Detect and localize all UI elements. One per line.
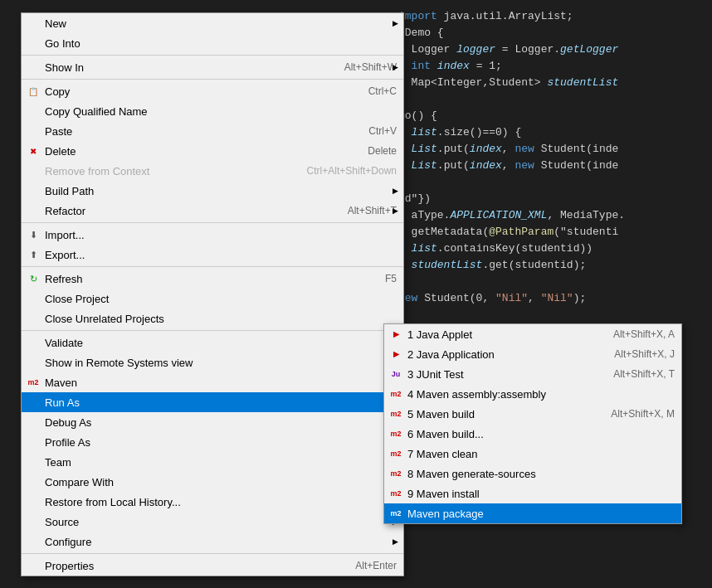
maven-package-icon: m2 (389, 507, 402, 520)
maven-build-icon: m2 (389, 407, 402, 420)
menu-item-properties[interactable]: Properties Alt+Enter (22, 556, 403, 576)
code-line: list.containsKey(studentid)) (398, 241, 704, 257)
menu-item-export[interactable]: ⬆ Export... (22, 245, 403, 265)
menu-item-show-remote[interactable]: Show in Remote Systems view (22, 352, 403, 372)
maven-install-icon: m2 (389, 487, 402, 500)
maven-clean-icon: m2 (389, 447, 402, 460)
validate-icon (27, 336, 40, 349)
submenu-maven-build[interactable]: m2 5 Maven build Alt+Shift+X, M (384, 404, 681, 424)
submenu-maven-gen[interactable]: m2 8 Maven generate-sources (384, 464, 681, 484)
menu-item-run-as[interactable]: Run As (22, 392, 403, 412)
menu-item-refactor[interactable]: Refactor Alt+Shift+T (22, 201, 403, 221)
menu-item-debug-as[interactable]: Debug As (22, 412, 403, 432)
close-project-icon (27, 292, 40, 305)
go-into-icon (27, 36, 40, 50)
remove-context-icon (27, 164, 40, 177)
run-as-icon (27, 396, 40, 409)
submenu-maven-package[interactable]: m2 Maven package (384, 503, 681, 523)
code-line: new Student(0, "Nil", "Nil"); (398, 290, 704, 307)
code-line: mo() { (398, 108, 704, 124)
menu-item-remove-context[interactable]: Remove from Context Ctrl+Alt+Shift+Down (22, 161, 403, 181)
submenu-junit[interactable]: Ju 3 JUnit Test Alt+Shift+X, T (384, 364, 681, 384)
menu-item-compare-with[interactable]: Compare With (22, 472, 403, 492)
menu-item-configure[interactable]: Configure (22, 532, 403, 552)
code-line (398, 174, 704, 191)
submenu-java-applet[interactable]: ▶ 1 Java Applet Alt+Shift+X, A (384, 324, 681, 344)
junit-icon: Ju (389, 367, 402, 381)
delete-icon: ✖ (27, 144, 40, 158)
code-line: Map<Integer,Student> studentList (398, 75, 704, 91)
menu-item-close-unrelated[interactable]: Close Unrelated Projects (22, 309, 403, 328)
code-line: getMetadata(@PathParam("studenti (398, 224, 704, 241)
separator-1 (22, 55, 403, 56)
export-icon: ⬆ (27, 248, 40, 261)
separator-4 (22, 266, 403, 267)
maven-assembly-icon: m2 (389, 387, 402, 401)
menu-item-validate[interactable]: Validate (22, 333, 403, 352)
menu-item-profile-as[interactable]: Profile As (22, 432, 403, 452)
compare-with-icon (27, 475, 40, 488)
code-line: List.put(index, new Student(inde (398, 158, 704, 174)
code-line: import java.util.ArrayList; (398, 8, 704, 25)
code-line: id"}) (398, 191, 704, 207)
menu-item-refresh[interactable]: ↻ Refresh F5 (22, 269, 403, 289)
import-icon: ⬇ (27, 228, 40, 241)
profile-as-icon (27, 435, 40, 449)
code-line: int index = 1; (398, 58, 704, 75)
menu-item-show-in[interactable]: Show In Alt+Shift+W (22, 57, 403, 77)
menu-item-source[interactable]: Source (22, 512, 403, 532)
source-icon (27, 515, 40, 528)
team-icon (27, 455, 40, 469)
menu-item-close-project[interactable]: Close Project (22, 289, 403, 309)
submenu-maven-install[interactable]: m2 9 Maven install (384, 484, 681, 503)
menu-item-import[interactable]: ⬇ Import... (22, 225, 403, 245)
configure-icon (27, 535, 40, 548)
paste-icon (27, 124, 40, 138)
code-line: sDemo { (398, 25, 704, 41)
menu-item-restore-history[interactable]: Restore from Local History... (22, 492, 403, 512)
close-unrelated-icon (27, 312, 40, 325)
code-line: studentList.get(studentid); (398, 257, 704, 274)
maven-gen-icon: m2 (389, 467, 402, 480)
debug-as-icon (27, 415, 40, 429)
menu-item-maven[interactable]: m2 Maven (22, 372, 403, 392)
menu-item-copy-qualified[interactable]: Copy Qualified Name (22, 101, 403, 121)
code-line (398, 91, 704, 108)
maven-icon: m2 (27, 376, 40, 389)
copy-icon: 📋 (27, 85, 40, 98)
menu-item-go-into[interactable]: Go Into (22, 33, 403, 53)
submenu-maven-build2[interactable]: m2 6 Maven build... (384, 424, 681, 444)
copy-qualified-icon (27, 104, 40, 118)
maven-build2-icon: m2 (389, 427, 402, 440)
build-path-icon (27, 184, 40, 197)
code-line: Logger logger = Logger.getLogger (398, 41, 704, 58)
menu-item-paste[interactable]: Paste Ctrl+V (22, 121, 403, 141)
java-applet-icon: ▶ (389, 328, 402, 341)
submenu-maven-assembly[interactable]: m2 4 Maven assembly:assembly (384, 384, 681, 404)
code-line: List.put(index, new Student(inde (398, 141, 704, 158)
separator-5 (22, 330, 403, 331)
show-remote-icon (27, 356, 40, 369)
menu-item-team[interactable]: Team (22, 452, 403, 472)
refactor-icon (27, 204, 40, 217)
code-line: aType.APPLICATION_XML, MediaType. (398, 207, 704, 224)
properties-icon (27, 559, 40, 572)
menu-item-build-path[interactable]: Build Path (22, 181, 403, 201)
separator-3 (22, 222, 403, 223)
menu-item-delete[interactable]: ✖ Delete Delete (22, 141, 403, 161)
run-as-submenu: ▶ 1 Java Applet Alt+Shift+X, A ▶ 2 Java … (383, 323, 682, 524)
restore-history-icon (27, 495, 40, 508)
submenu-maven-clean[interactable]: m2 7 Maven clean (384, 444, 681, 464)
code-line: list.size()==0) { (398, 124, 704, 141)
new-icon (27, 17, 40, 30)
separator-6 (22, 553, 403, 554)
show-in-icon (27, 61, 40, 74)
context-menu: New Go Into Show In Alt+Shift+W 📋 Copy C… (21, 12, 404, 576)
submenu-java-app[interactable]: ▶ 2 Java Application Alt+Shift+X, J (384, 344, 681, 364)
menu-item-new[interactable]: New (22, 13, 403, 33)
menu-item-copy[interactable]: 📋 Copy Ctrl+C (22, 81, 403, 101)
separator-2 (22, 79, 403, 80)
code-line (398, 274, 704, 290)
refresh-icon: ↻ (27, 272, 40, 285)
java-app-icon: ▶ (389, 347, 402, 361)
